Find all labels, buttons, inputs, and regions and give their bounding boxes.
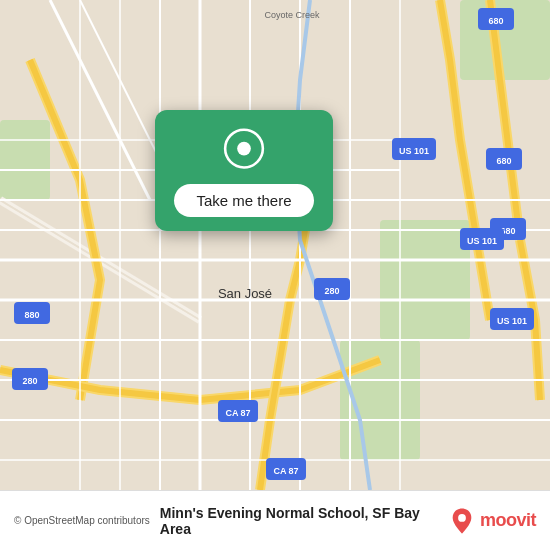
svg-text:CA 87: CA 87 (273, 466, 298, 476)
location-info: Minn's Evening Normal School, SF Bay Are… (160, 505, 438, 537)
copyright-text: © OpenStreetMap contributors (14, 515, 150, 526)
svg-text:San José: San José (218, 286, 272, 301)
location-pin-icon (220, 128, 268, 176)
moovit-pin-icon (448, 507, 476, 535)
svg-rect-3 (0, 120, 50, 200)
svg-text:880: 880 (24, 310, 39, 320)
svg-rect-1 (380, 220, 470, 340)
moovit-text: moovit (480, 510, 536, 531)
map-container: 880 280 CA 87 CA 87 680 680 680 US 101 U… (0, 0, 550, 490)
svg-point-52 (237, 142, 251, 156)
svg-point-53 (458, 514, 466, 522)
moovit-logo: moovit (448, 507, 536, 535)
svg-text:680: 680 (496, 156, 511, 166)
svg-text:680: 680 (488, 16, 503, 26)
svg-text:US 101: US 101 (467, 236, 497, 246)
popup-card[interactable]: Take me there (155, 110, 333, 231)
map-svg: 880 280 CA 87 CA 87 680 680 680 US 101 U… (0, 0, 550, 490)
svg-text:US 101: US 101 (399, 146, 429, 156)
svg-text:Coyote Creek: Coyote Creek (264, 10, 320, 20)
svg-text:280: 280 (324, 286, 339, 296)
bottom-bar: © OpenStreetMap contributors Minn's Even… (0, 490, 550, 550)
take-me-there-button[interactable]: Take me there (174, 184, 313, 217)
svg-text:280: 280 (22, 376, 37, 386)
svg-text:US 101: US 101 (497, 316, 527, 326)
location-name: Minn's Evening Normal School, SF Bay Are… (160, 505, 438, 537)
svg-text:CA 87: CA 87 (225, 408, 250, 418)
